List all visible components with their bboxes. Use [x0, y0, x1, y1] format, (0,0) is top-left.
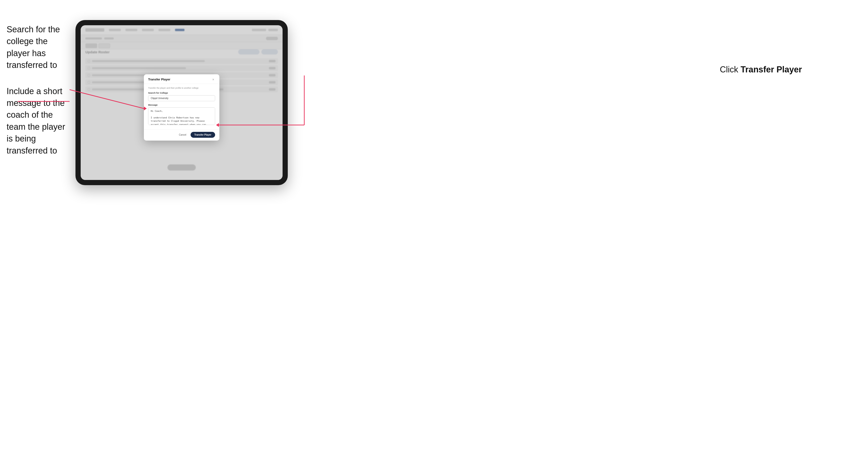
right-annotation: Click Transfer Player — [720, 64, 802, 75]
annotation-transfer-bold: Transfer Player — [741, 65, 802, 74]
transfer-player-modal: Transfer Player × Transfer the player an… — [144, 74, 219, 141]
modal-footer: Cancel Transfer Player — [144, 129, 219, 141]
left-annotations: Search for the college the player has tr… — [7, 24, 73, 171]
annotation-message-text: Include a short message to the coach of … — [7, 85, 73, 157]
modal-close-button[interactable]: × — [211, 77, 215, 81]
tablet-device: Update Roster — [75, 20, 288, 185]
search-college-input[interactable] — [148, 95, 215, 101]
message-textarea[interactable] — [148, 107, 215, 125]
transfer-player-button[interactable]: Transfer Player — [191, 132, 215, 138]
modal-body: Transfer the player and their profile to… — [144, 84, 219, 129]
modal-header: Transfer Player × — [144, 74, 219, 84]
search-college-label: Search for College — [148, 92, 215, 94]
annotation-click-prefix: Click — [720, 65, 741, 74]
modal-overlay: Transfer Player × Transfer the player an… — [81, 25, 283, 180]
modal-title: Transfer Player — [148, 77, 170, 81]
cancel-button[interactable]: Cancel — [177, 132, 188, 137]
annotation-search-text: Search for the college the player has tr… — [7, 24, 73, 71]
modal-subtitle: Transfer the player and their profile to… — [148, 87, 215, 89]
tablet-screen: Update Roster — [81, 25, 283, 180]
message-label: Message — [148, 103, 215, 106]
